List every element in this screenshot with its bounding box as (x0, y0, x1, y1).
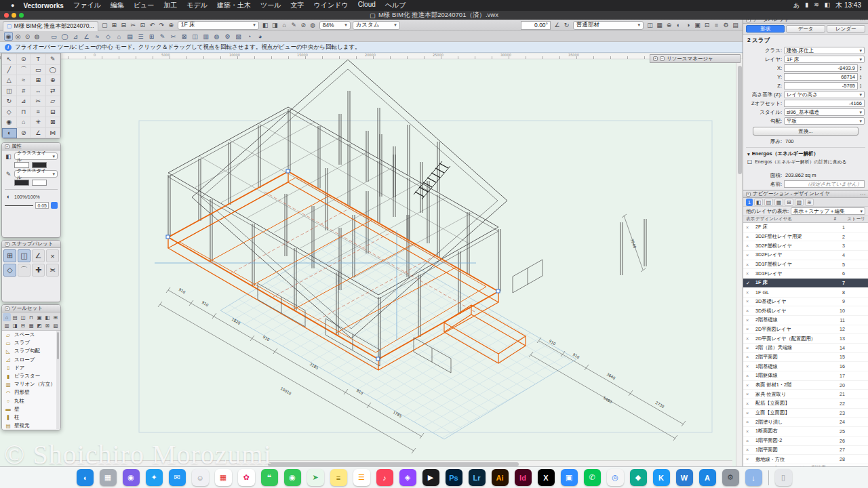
object-name-field[interactable]: （設定されていません） (784, 180, 865, 188)
style-replace-button[interactable]: 置換... (753, 127, 859, 136)
layer-visibility-toggle[interactable]: × (746, 243, 755, 249)
layer-row[interactable]: × 3D1Fレイヤ 6 (743, 269, 868, 279)
more-icon[interactable]: ⋯ (860, 191, 865, 197)
dock-app-icon[interactable]: ✆ (584, 469, 601, 486)
layer-row[interactable]: × 3D基礎レイヤ 9 (743, 298, 868, 307)
tool-icon[interactable]: ⊿ (17, 96, 32, 107)
toolbar-icon[interactable]: ⚙ (722, 21, 730, 30)
drawing-canvas[interactable]: 910 910 1820 910 3185 910 1785 10010 910… (0, 53, 743, 466)
zoom-dropdown[interactable]: 84%▾ (319, 21, 351, 30)
toolset-item[interactable]: ▥ マリオン（方立） (2, 380, 60, 388)
dock-app-icon[interactable]: ➤ (307, 469, 324, 486)
tool-icon[interactable]: ⊟ (46, 107, 61, 118)
stepper[interactable]: ▴▾ (860, 75, 865, 80)
mode-bar-icon[interactable]: ✎ (158, 32, 167, 41)
layer-visibility-toggle[interactable]: × (746, 298, 755, 304)
layer-row[interactable]: × 1F GL 8 (743, 288, 868, 298)
mode-bar-icon[interactable]: ⊿ (71, 32, 80, 41)
dock-app-icon[interactable]: ◉ (284, 469, 301, 486)
tool-icon[interactable]: ↖ (2, 54, 17, 65)
dock-app-icon[interactable]: ✦ (146, 469, 163, 486)
menu-item[interactable]: Cloud (353, 1, 380, 10)
z-coordinate-field[interactable]: -5765 (784, 82, 858, 89)
mode-bar-icon[interactable]: ◔ (245, 32, 254, 41)
toolbar-icon[interactable]: ↻ (562, 21, 571, 30)
collapse-icon[interactable]: − (660, 56, 665, 61)
dock-trash-icon[interactable]: ▯ (775, 469, 792, 486)
tool-icon[interactable]: ⌂ (17, 117, 32, 128)
toolbar-icon[interactable]: ⊞ (110, 21, 119, 30)
dock-app-icon[interactable]: ⚙ (722, 469, 739, 486)
layer-dropdown[interactable]: 1F 床▾ (784, 56, 865, 63)
dock-app-icon[interactable]: ▦ (215, 469, 232, 486)
snap-toggle-icon[interactable]: ✚ (32, 264, 45, 277)
dock-app-icon[interactable]: ▶ (422, 469, 439, 486)
toolbar-icon[interactable]: ⊡ (703, 21, 711, 30)
layer-row[interactable]: ✓ 1F 床 7 (743, 279, 868, 288)
toolset-item[interactable]: ▮ ピラスター (2, 372, 60, 380)
document-tab[interactable]: ▢ M様 BIM化 推進本部2024070... (3, 21, 98, 31)
tool-icon[interactable]: △ (2, 75, 17, 86)
layer-row[interactable]: × 1階平面図 27 (743, 446, 868, 455)
mode-bar-icon[interactable]: ◕ (256, 32, 264, 41)
toolbar-icon[interactable]: ⊡ (138, 21, 147, 30)
toolbar-icon[interactable]: ⌂ (280, 21, 289, 30)
status-icon[interactable]: ≋ (814, 1, 819, 10)
mode-bar-icon[interactable]: ◇ (104, 32, 113, 41)
toolbar-icon[interactable]: ✎ (290, 21, 298, 30)
toolbar-icon[interactable]: ⊟ (119, 21, 128, 30)
toolset-category-icon[interactable]: ◨ (11, 321, 19, 329)
toolset-category-icon[interactable]: ⊠ (43, 321, 52, 329)
dock-app-icon[interactable]: ♪ (376, 469, 393, 486)
tool-icon[interactable]: ◇ (2, 107, 17, 118)
toolset-item[interactable]: ▬ 壁 (2, 405, 60, 413)
layer-row[interactable]: × 立面【立面図】 23 (743, 409, 868, 418)
navigation-mode-icon[interactable]: ▤ (764, 199, 773, 206)
toolbar-icon[interactable]: ✂ (129, 21, 138, 30)
toolbar-icon[interactable]: ◐ (674, 21, 683, 30)
toolset-item[interactable]: ▤ 壁複元 (2, 422, 60, 430)
dock-app-icon[interactable]: ◆ (630, 469, 647, 486)
line-weight-value[interactable]: 0.05 (35, 202, 49, 209)
close-icon[interactable]: × (5, 306, 9, 311)
close-icon[interactable]: × (5, 242, 9, 247)
tab-data[interactable]: データ (786, 25, 825, 33)
app-menu[interactable]: Vectorworks (18, 2, 68, 9)
layer-visibility-toggle[interactable]: × (746, 456, 755, 462)
tool-icon[interactable]: # (17, 86, 32, 97)
tool-icon[interactable]: ↻ (2, 96, 17, 107)
dock-app-icon[interactable]: ✉ (169, 469, 186, 486)
tool-icon[interactable]: ◫ (2, 86, 17, 97)
snap-toggle-icon[interactable]: ⌒ (18, 264, 31, 277)
close-icon[interactable]: × (653, 56, 658, 61)
toolset-category-icon[interactable]: ▤ (11, 313, 19, 321)
tool-icon[interactable]: ⊕ (46, 75, 61, 86)
mode-bar-icon[interactable]: ◍ (212, 32, 221, 41)
rotation-angle-field[interactable]: 0.00° (521, 21, 551, 30)
class-dropdown[interactable]: 建物-床仕上▾ (784, 47, 865, 54)
layer-row[interactable]: × 3D1F屋根レイヤ 5 (743, 260, 868, 270)
toolset-category-icon[interactable]: ▣ (35, 313, 43, 321)
line-style-preview[interactable] (5, 205, 33, 206)
layer-visibility-toggle[interactable]: × (746, 401, 755, 407)
menu-item[interactable]: 加工 (159, 1, 182, 10)
canvas-vertical-scrollbar[interactable] (736, 59, 743, 466)
layer-row[interactable]: × 3D2F屋根レイヤ 3 (743, 241, 868, 251)
layer-row[interactable]: × 1階平面図-2 26 (743, 436, 868, 446)
mode-bar-icon[interactable]: ▧ (234, 32, 243, 41)
dock-app-icon[interactable]: Id (515, 469, 532, 486)
pen-color-swatch-2[interactable] (32, 180, 47, 186)
tool-icon[interactable]: ⊠ (46, 117, 61, 128)
tool-icon[interactable]: ◯ (46, 65, 61, 76)
menu-item[interactable]: 文字 (286, 1, 309, 10)
opacity-value[interactable]: 100%/100% (14, 195, 40, 199)
minimize-window-button[interactable] (12, 13, 16, 18)
tool-icon[interactable]: ⊞ (31, 75, 46, 86)
layer-visibility-toggle[interactable]: × (746, 382, 755, 388)
status-icon[interactable]: あ (793, 1, 800, 10)
close-window-button[interactable] (4, 13, 9, 18)
toolset-item[interactable]: ▯ ドア (2, 364, 60, 372)
apple-menu-icon[interactable]: ● (7, 2, 18, 9)
mode-bar-icon[interactable]: ▥ (201, 32, 210, 41)
layer-visibility-toggle[interactable]: × (746, 419, 755, 425)
